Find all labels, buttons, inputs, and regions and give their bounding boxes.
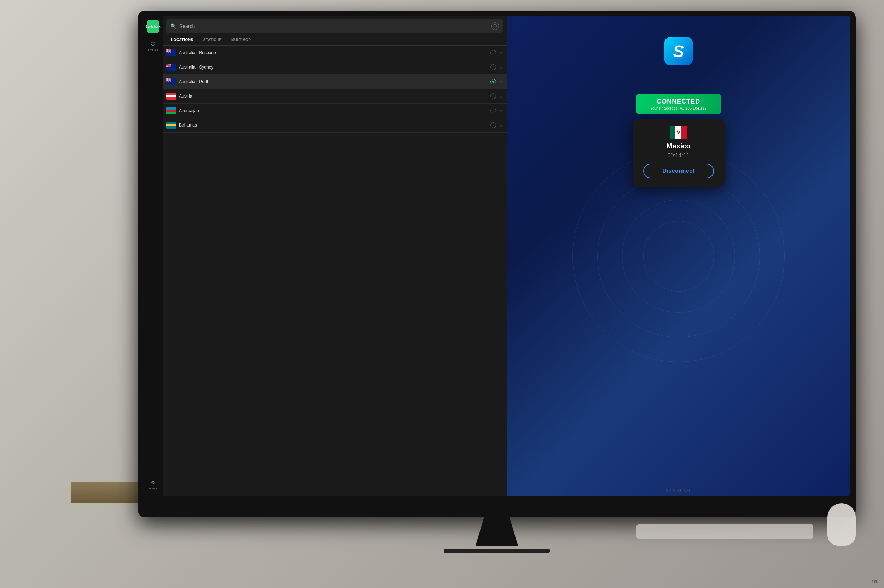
sidebar-settings-label: Settings bbox=[149, 487, 157, 490]
location-item-azerbaijan[interactable]: Azerbaijan ☆ bbox=[163, 104, 507, 118]
tv: Surfshark 🛡 Features ⚙ Settings 🔍 Search… bbox=[138, 10, 856, 518]
background: Surfshark 🛡 Features ⚙ Settings 🔍 Search… bbox=[0, 0, 884, 588]
flag-azerbaijan bbox=[166, 107, 176, 114]
tab-static-ip[interactable]: STATIC IP bbox=[198, 35, 226, 45]
ip-address-text: Your IP address: 45.135.184.117 bbox=[650, 106, 707, 110]
info-button[interactable]: ⓘ bbox=[491, 22, 499, 30]
popup-country-name: Mexico bbox=[643, 142, 714, 150]
flag-australia-brisbane bbox=[166, 49, 176, 56]
shield-icon: 🛡 bbox=[150, 40, 156, 48]
tab-multihop[interactable]: MULTIHOP bbox=[226, 35, 256, 45]
tabs-row: LOCATIONS STATIC IP MULTIHOP bbox=[163, 35, 507, 46]
logo-letter: Surfshark bbox=[145, 25, 160, 28]
radio-austria bbox=[490, 93, 496, 99]
star-austria[interactable]: ☆ bbox=[499, 94, 503, 99]
sidebar-item-settings[interactable]: ⚙ Settings bbox=[146, 477, 159, 492]
gear-icon: ⚙ bbox=[149, 479, 156, 486]
location-item-au-perth[interactable]: Australia - Perth ☆ bbox=[163, 75, 507, 89]
location-name-au-sydney: Australia - Sydney bbox=[179, 64, 488, 70]
location-name-au-brisbane: Australia - Brisbane bbox=[179, 50, 488, 55]
circles-background bbox=[507, 16, 851, 496]
popup-flag-mexico: 🦅 bbox=[670, 126, 687, 138]
location-item-bahamas[interactable]: Bahamas ☆ bbox=[163, 118, 507, 132]
flag-green-stripe bbox=[670, 126, 676, 138]
location-name-au-perth: Australia - Perth bbox=[179, 79, 488, 84]
sidebar-features-label: Features bbox=[148, 49, 158, 51]
star-au-sydney[interactable]: ☆ bbox=[499, 64, 503, 70]
tv-screen: Surfshark 🛡 Features ⚙ Settings 🔍 Search… bbox=[143, 16, 850, 496]
watermark: 10 bbox=[871, 579, 877, 585]
tv-base bbox=[444, 549, 550, 553]
search-icon: 🔍 bbox=[170, 23, 176, 29]
location-name-bahamas: Bahamas bbox=[179, 123, 488, 128]
main-panel: 🔍 Search ⓘ LOCATIONS STATIC IP MULTIHOP bbox=[163, 16, 507, 496]
circle-ring-4 bbox=[643, 221, 714, 291]
tv-stand bbox=[476, 518, 518, 546]
radio-au-sydney bbox=[490, 64, 496, 70]
location-item-au-sydney[interactable]: Australia - Sydney ☆ bbox=[163, 60, 507, 75]
star-azerbaijan[interactable]: ☆ bbox=[499, 108, 503, 113]
flag-australia-perth bbox=[166, 78, 176, 85]
radio-au-perth bbox=[490, 79, 496, 84]
connection-popup: 🦅 Mexico 00:14:11 Disconnect bbox=[633, 119, 725, 187]
flag-bahamas bbox=[166, 122, 176, 129]
star-au-brisbane[interactable]: ☆ bbox=[499, 50, 503, 56]
radio-azerbaijan bbox=[490, 108, 496, 113]
sidebar-item-features[interactable]: 🛡 Features bbox=[146, 39, 160, 53]
surfshark-logo: S bbox=[665, 37, 693, 65]
star-bahamas[interactable]: ☆ bbox=[499, 123, 503, 128]
connection-status: CONNECTED bbox=[650, 98, 707, 105]
flag-australia-sydney bbox=[166, 64, 176, 70]
samsung-brand: SAMSUNG bbox=[666, 489, 691, 493]
search-bar[interactable]: 🔍 Search ⓘ bbox=[166, 20, 503, 33]
surfshark-s-icon: S bbox=[673, 42, 684, 61]
tab-locations[interactable]: LOCATIONS bbox=[166, 35, 198, 45]
mouse bbox=[827, 503, 856, 546]
location-name-azerbaijan: Azerbaijan bbox=[179, 108, 488, 113]
disconnect-button[interactable]: Disconnect bbox=[643, 164, 714, 178]
location-item-austria[interactable]: Austria ☆ bbox=[163, 89, 507, 104]
star-au-perth[interactable]: ☆ bbox=[499, 79, 503, 84]
radio-au-brisbane bbox=[490, 50, 496, 56]
radio-bahamas bbox=[490, 122, 496, 128]
search-input[interactable]: Search bbox=[179, 23, 488, 29]
location-item-au-brisbane[interactable]: Australia - Brisbane ☆ bbox=[163, 46, 507, 60]
connected-banner: CONNECTED Your IP address: 45.135.184.11… bbox=[636, 94, 721, 114]
location-name-austria: Austria bbox=[179, 94, 488, 99]
app-logo: Surfshark bbox=[147, 20, 159, 33]
flag-austria bbox=[166, 93, 176, 100]
sidebar: Surfshark 🛡 Features ⚙ Settings bbox=[143, 16, 163, 496]
location-list: Australia - Brisbane ☆ Australia - Sydne… bbox=[163, 46, 507, 496]
flag-red-stripe bbox=[681, 126, 687, 138]
flag-white-stripe: 🦅 bbox=[675, 126, 681, 138]
keyboard bbox=[636, 524, 813, 538]
connection-timer: 00:14:11 bbox=[643, 152, 714, 159]
right-panel: S CONNECTED Your IP address: 45.135.184.… bbox=[507, 16, 851, 496]
